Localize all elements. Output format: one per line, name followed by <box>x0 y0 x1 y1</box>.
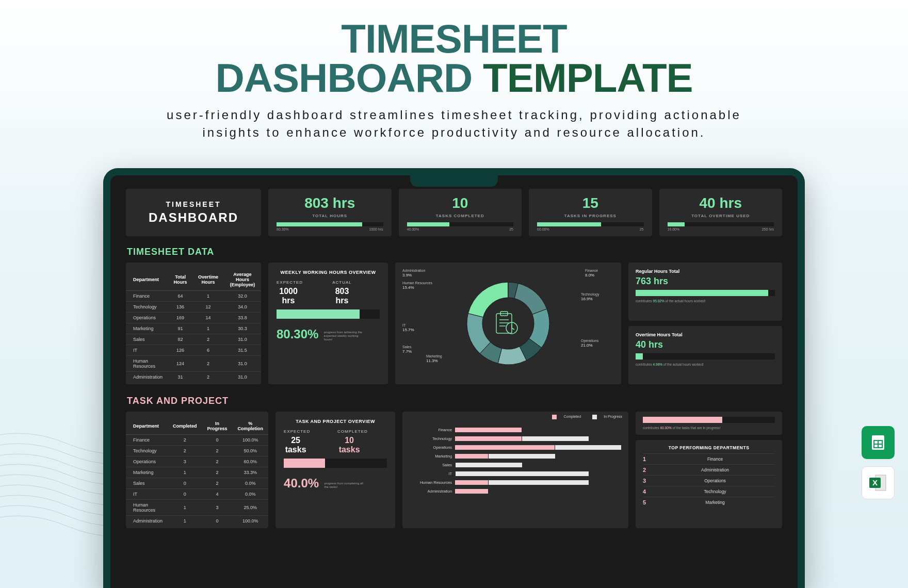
th: Overtime Hours <box>192 269 224 291</box>
top-row: TIMESHEET DASHBOARD 803 hrs TOTAL HOURS … <box>126 189 782 236</box>
device-frame: TIMESHEET DASHBOARD 803 hrs TOTAL HOURS … <box>103 168 805 588</box>
task-completed: 10 tasks <box>337 436 361 454</box>
bar-row: IT <box>410 470 621 477</box>
top-dep-row: 1Finance <box>643 453 775 464</box>
bars-card: Completed In Progress Finance Technology… <box>402 412 628 528</box>
th: In Progress <box>202 418 233 435</box>
table-row: Finance20100.0% <box>126 435 268 446</box>
title-small: TIMESHEET <box>131 200 256 208</box>
task-expected: 25 tasks <box>284 436 307 454</box>
bar-row: Marketing <box>410 452 621 460</box>
title-big: DASHBOARD <box>131 210 256 225</box>
regular-hours-value: 763 hrs <box>636 276 775 287</box>
dashboard-screen: TIMESHEET DASHBOARD 803 hrs TOTAL HOURS … <box>110 175 798 588</box>
top-dep-row: 2Administration <box>643 464 775 475</box>
weekly-title: WEEKLY WORKING HOURS OVERVIEW <box>277 270 380 275</box>
hero-subtitle: user-friendly dashboard streamlines time… <box>0 106 908 141</box>
kpi-label: TOTAL HOURS <box>277 214 383 218</box>
table-row: Administration10100.0% <box>126 516 268 527</box>
task-note: progress from completing all the tasks! <box>325 482 366 489</box>
kpi-2: 15 TASKS IN PROGRESS 60.00%25 <box>529 189 652 236</box>
kpi-bar: 40.00%25 <box>407 222 514 226</box>
progress-mini-card: contributes 60.00% of the tasks that are… <box>636 412 782 435</box>
bar-row: Administration <box>410 487 621 495</box>
task-overview-title: TASK AND PROJECT OVERVIEW <box>284 419 387 424</box>
table-row: Operations3260.0% <box>126 456 268 467</box>
weekly-note: progress from achieving the expected wee… <box>324 331 365 342</box>
th: Total Hours <box>168 269 192 291</box>
donut-label: Operations21.0% <box>581 339 598 348</box>
th: % Completion <box>233 418 268 435</box>
table-row: IT126631.5 <box>126 345 261 356</box>
table-row: Marketing1233.3% <box>126 467 268 478</box>
format-icons: X <box>862 426 895 499</box>
th: Department <box>126 269 168 291</box>
weekly-pct: 80.30% <box>277 327 318 341</box>
weekly-actual: 803 hrs <box>330 287 354 305</box>
table-row: Operations1691433.8 <box>126 313 261 323</box>
donut-label: Sales7.7% <box>402 345 412 354</box>
overtime-hours-value: 40 hrs <box>636 339 775 350</box>
kpi-label: TASKS IN PROGRESS <box>537 214 644 218</box>
hero: TIMESHEET DASHBOARD TEMPLATE user-friend… <box>0 0 908 141</box>
donut-label: IT15.7% <box>402 323 414 333</box>
bars-legend: Completed In Progress <box>542 415 622 419</box>
top-dep-row: 3Operations <box>643 475 775 486</box>
top-dep-row: 5Marketing <box>643 497 775 508</box>
weekly-expected: 1000 hrs <box>277 287 300 305</box>
table-row: Technology2250.0% <box>126 446 268 456</box>
kpi-value: 40 hrs <box>668 195 774 211</box>
table-row: Human Resources1325.0% <box>126 500 268 516</box>
kpi-value: 10 <box>407 195 514 211</box>
kpi-value: 15 <box>537 195 644 211</box>
kpi-3: 40 hrs TOTAL OVERTIME USED 16.00%250 hrs <box>659 189 783 236</box>
kpi-bar: 16.00%250 hrs <box>668 222 774 226</box>
right-column: contributes 60.00% of the tasks that are… <box>636 412 782 528</box>
bar-row: Operations <box>410 444 621 451</box>
task-progress-bar <box>284 459 387 468</box>
svg-text:X: X <box>872 478 878 487</box>
section-title-task: TASK AND PROJECT <box>127 396 782 406</box>
bar-row: Sales <box>410 461 621 468</box>
totals-column: Regular Hours Total 763 hrs contributes … <box>628 263 782 384</box>
donut-label: Technology16.9% <box>581 292 599 302</box>
bar-row: Human Resources <box>410 479 621 486</box>
task-table: DepartmentCompletedIn Progress% Completi… <box>126 418 268 526</box>
table-row: Finance64132.0 <box>126 291 261 302</box>
overtime-hours-card: Overtime Hours Total 40 hrs contributes … <box>628 326 782 384</box>
google-sheets-icon[interactable] <box>862 426 895 459</box>
hero-title: TIMESHEET DASHBOARD TEMPLATE <box>0 20 908 97</box>
donut-label: Marketing11.3% <box>426 354 442 364</box>
timesheet-row: DepartmentTotal HoursOvertime HoursAvera… <box>126 263 782 384</box>
table-row: Administration31231.0 <box>126 372 261 383</box>
th: Average Hours (Employee) <box>224 269 261 291</box>
donut-card: Administration3.9%Human Resources15.4%IT… <box>395 263 621 384</box>
table-row: Sales020.0% <box>126 478 268 489</box>
table-row: Sales82231.0 <box>126 334 261 345</box>
excel-icon[interactable]: X <box>862 466 895 499</box>
kpi-label: TASKS COMPLETED <box>407 214 514 218</box>
donut-label: Human Resources15.4% <box>402 281 432 290</box>
timesheet-table-card: DepartmentTotal HoursOvertime HoursAvera… <box>126 263 261 384</box>
task-pct: 40.0% <box>284 476 319 491</box>
task-table-card: DepartmentCompletedIn Progress% Completi… <box>126 412 268 528</box>
hero-line2a: DASHBOARD <box>215 55 483 101</box>
hero-line1: TIMESHEET <box>341 16 566 61</box>
regular-hours-card: Regular Hours Total 763 hrs contributes … <box>628 263 782 321</box>
top-departments-card: TOP PERFORMING DEPARTMENTS 1Finance2Admi… <box>636 440 782 528</box>
weekly-overview-card: WEEKLY WORKING HOURS OVERVIEW EXPECTED10… <box>268 263 388 384</box>
th: Completed <box>168 418 202 435</box>
device-notch <box>410 174 498 187</box>
dashboard-title-card: TIMESHEET DASHBOARD <box>126 189 261 236</box>
table-row: Marketing91130.3 <box>126 323 261 334</box>
weekly-progress-bar <box>277 309 380 319</box>
bar-row: Finance <box>410 426 621 433</box>
kpi-bar: 60.00%25 <box>537 222 644 226</box>
bar-row: Technology <box>410 435 621 442</box>
kpi-bar: 80.30%1000 hrs <box>277 222 383 226</box>
timesheet-table: DepartmentTotal HoursOvertime HoursAvera… <box>126 269 261 382</box>
hero-line2b: TEMPLATE <box>483 55 693 101</box>
table-row: Human Resources124231.0 <box>126 356 261 372</box>
task-row: DepartmentCompletedIn Progress% Completi… <box>126 412 782 528</box>
section-title-timesheet: TIMESHEET DATA <box>127 247 782 257</box>
